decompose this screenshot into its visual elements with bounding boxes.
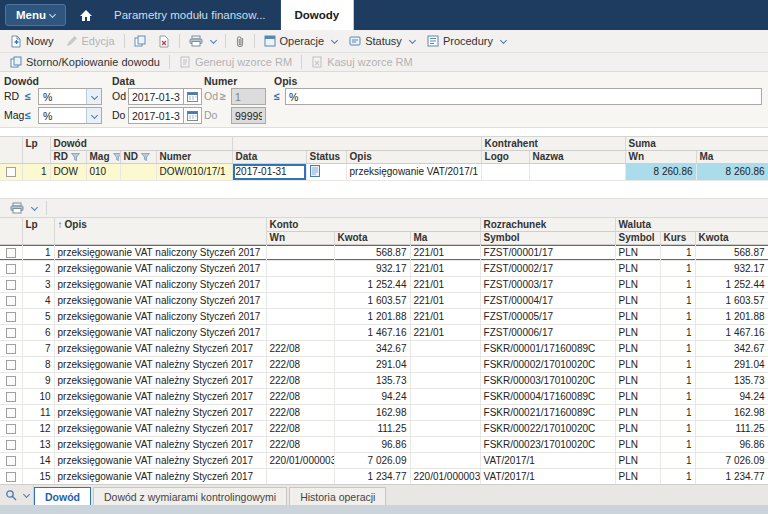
col-opis[interactable]: Opis: [346, 150, 481, 163]
delete-document-button[interactable]: [152, 33, 176, 50]
mag-select[interactable]: %: [38, 107, 102, 124]
col-rozrachunek-symbol[interactable]: Symbol: [480, 231, 615, 244]
nowy-button[interactable]: Nowy: [4, 33, 60, 50]
col-konto-wn[interactable]: Wn: [266, 231, 334, 244]
bottom-tab-dowod[interactable]: Dowód: [34, 487, 91, 505]
cell-data[interactable]: 2017-01-31: [232, 163, 306, 180]
cell-konto-ma: [410, 372, 480, 388]
entry-row[interactable]: 14 przeksięgowanie VAT należny Styczeń 2…: [0, 452, 768, 468]
row-checkbox[interactable]: [6, 376, 16, 386]
col-konto-kwota[interactable]: Kwota: [334, 231, 410, 244]
entry-row[interactable]: 2 przeksięgowanie VAT naliczony Styczeń …: [0, 260, 768, 276]
row-checkbox[interactable]: [6, 408, 16, 418]
entry-row[interactable]: 3 przeksięgowanie VAT naliczony Styczeń …: [0, 276, 768, 292]
data-do-input[interactable]: [128, 107, 184, 124]
data-od-input[interactable]: [128, 88, 184, 105]
document-row[interactable]: 1 DOW 010 DOW/010/17/1 2017-01-31 przeks…: [0, 163, 768, 180]
rd-select[interactable]: %: [38, 88, 102, 105]
col-lp[interactable]: Lp: [22, 137, 50, 163]
col-waluta-kwota[interactable]: Kwota: [695, 231, 768, 244]
row-checkbox[interactable]: [6, 312, 16, 322]
row-checkbox[interactable]: [6, 456, 16, 466]
operacje-button[interactable]: Operacje: [258, 33, 344, 49]
entry-row[interactable]: 5 przeksięgowanie VAT naliczony Styczeń …: [0, 308, 768, 324]
cell-lp: 12: [22, 420, 54, 436]
col-nazwa[interactable]: Nazwa: [529, 150, 625, 163]
col-wn[interactable]: Wn: [625, 150, 696, 163]
preview-button[interactable]: [0, 485, 34, 505]
dropdown-arrow-icon[interactable]: [86, 108, 101, 123]
data-do-calendar-button[interactable]: [184, 107, 202, 124]
home-button[interactable]: [72, 0, 100, 30]
entry-row[interactable]: 12 przeksięgowanie VAT należny Styczeń 2…: [0, 420, 768, 436]
row-checkbox[interactable]: [6, 248, 16, 258]
row-checkbox[interactable]: [6, 392, 16, 402]
dropdown-arrow-icon[interactable]: [86, 89, 101, 104]
col-status[interactable]: Status: [306, 150, 346, 163]
entry-row[interactable]: 9 przeksięgowanie VAT należny Styczeń 20…: [0, 372, 768, 388]
cell-rozrachunek-symbol: FSKR/00023/17010020C: [480, 436, 615, 452]
generuj-wzorce-button[interactable]: Generuj wzorce RM: [173, 54, 298, 70]
row-checkbox[interactable]: [6, 360, 16, 370]
edycja-button[interactable]: Edycja: [60, 33, 121, 49]
storno-button[interactable]: Storno/Kopiowanie dowodu: [4, 54, 166, 70]
document-status-icon[interactable]: [310, 165, 320, 177]
row-checkbox[interactable]: [6, 280, 16, 290]
row-checkbox[interactable]: [6, 296, 16, 306]
col-mag[interactable]: Mag: [86, 150, 120, 163]
entry-row[interactable]: 1 przeksięgowanie VAT naliczony Styczeń …: [0, 244, 768, 260]
row-checkbox-cell: [0, 356, 22, 372]
delete-template-icon: [311, 56, 323, 68]
entry-row[interactable]: 15 przeksięgowanie VAT należny Styczeń 2…: [0, 468, 768, 484]
row-checkbox[interactable]: [6, 328, 16, 338]
col-numer[interactable]: Numer: [156, 150, 232, 163]
col-lp[interactable]: Lp: [22, 218, 54, 244]
col-nd[interactable]: ND: [120, 150, 156, 163]
col-opis[interactable]: ↑Opis: [54, 218, 266, 244]
entry-row[interactable]: 8 przeksięgowanie VAT należny Styczeń 20…: [0, 356, 768, 372]
procedury-button[interactable]: Procedury: [421, 33, 512, 49]
attachments-button[interactable]: [229, 33, 251, 50]
data-od-calendar-button[interactable]: [184, 88, 202, 105]
row-checkbox[interactable]: [6, 440, 16, 450]
entry-row[interactable]: 4 przeksięgowanie VAT naliczony Styczeń …: [0, 292, 768, 308]
col-data[interactable]: Data: [232, 150, 306, 163]
menu-button[interactable]: Menu: [5, 4, 66, 26]
cell-suma-wn: 8 260.86: [625, 163, 696, 180]
opis-operator[interactable]: ≤: [274, 88, 280, 105]
copy-document-button[interactable]: [128, 33, 152, 49]
row-checkbox[interactable]: [6, 264, 16, 274]
entry-row[interactable]: 6 przeksięgowanie VAT naliczony Styczeń …: [0, 324, 768, 340]
col-rd[interactable]: RD: [50, 150, 86, 163]
mag-operator[interactable]: ≤: [25, 107, 31, 124]
entry-row[interactable]: 10 przeksięgowanie VAT należny Styczeń 2…: [0, 388, 768, 404]
col-ma[interactable]: Ma: [696, 150, 768, 163]
opis-filter-input[interactable]: [285, 88, 762, 105]
col-waluta-kurs[interactable]: Kurs: [660, 231, 695, 244]
row-checkbox[interactable]: [6, 472, 16, 482]
colgroup-kontrahent: Kontrahent: [481, 137, 625, 150]
row-checkbox[interactable]: [6, 167, 16, 177]
row-checkbox-cell: [0, 163, 22, 180]
print-button[interactable]: [183, 33, 222, 49]
toolbar-separator: [301, 55, 302, 69]
rd-operator[interactable]: ≤: [25, 88, 31, 105]
row-checkbox[interactable]: [6, 344, 16, 354]
entry-row[interactable]: 13 przeksięgowanie VAT należny Styczeń 2…: [0, 436, 768, 452]
bottom-tab-historia-operacji[interactable]: Historia operacji: [289, 487, 386, 505]
cell-konto-kwota: 1 252.44: [334, 276, 410, 292]
statusy-button[interactable]: Statusy: [343, 33, 421, 49]
bottom-tab-wymiary-kontrolingowe[interactable]: Dowód z wymiarami kontrolingowymi: [93, 487, 287, 505]
entry-row[interactable]: 11 przeksięgowanie VAT należny Styczeń 2…: [0, 404, 768, 420]
row-checkbox[interactable]: [6, 424, 16, 434]
col-konto-ma[interactable]: Ma: [410, 231, 480, 244]
tab-dowody[interactable]: Dowody: [281, 0, 355, 30]
filter-header-opis: Opis: [274, 75, 297, 87]
numer-do-input[interactable]: [231, 107, 266, 124]
entries-print-button[interactable]: [4, 200, 43, 216]
col-waluta-symbol[interactable]: Symbol: [615, 231, 660, 244]
col-logo[interactable]: Logo: [481, 150, 529, 163]
entry-row[interactable]: 7 przeksięgowanie VAT należny Styczeń 20…: [0, 340, 768, 356]
tab-parametry-modulu[interactable]: Parametry modułu finansow...: [100, 0, 281, 30]
kasuj-wzorce-button[interactable]: Kasuj wzorce RM: [305, 54, 419, 70]
